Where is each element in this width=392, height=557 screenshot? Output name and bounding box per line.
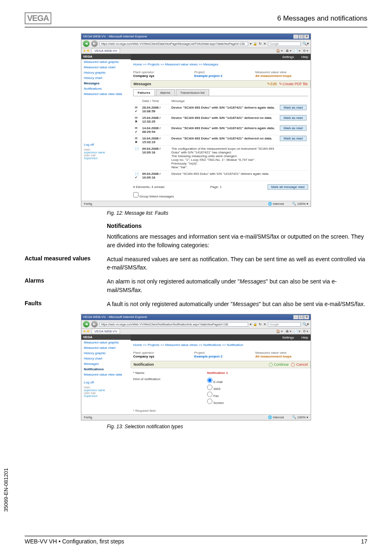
- message-icon: ✉ ✖: [133, 115, 141, 125]
- app-logo: VEGA: [81, 334, 131, 340]
- message-icon: ✉ ✔: [133, 104, 141, 115]
- create-pdf-button[interactable]: ✎Create PDF file: [279, 82, 308, 86]
- add-favorite-icon[interactable]: ✚: [87, 330, 90, 333]
- chapter-title: 6 Messages and notifications: [277, 14, 367, 23]
- address-bar[interactable]: https://web-vv.vega.com/Web-VV/WebClient…: [99, 322, 248, 327]
- window-title: VEGA WEB-VV - Microsoft Internet Explore…: [83, 35, 148, 39]
- status-zoom[interactable]: 🔍 100% ▾: [292, 202, 308, 206]
- notifications-intro: Notifications are messages and informati…: [107, 232, 367, 249]
- continue-button[interactable]: ◯ Continue: [269, 362, 289, 367]
- message-datetime: 28.04.2008 / 10:08:59: [141, 104, 170, 115]
- message-icon: ✉ ✔: [133, 125, 141, 135]
- mark-as-read-button[interactable]: Mark as read: [280, 115, 307, 121]
- mark-as-read-button[interactable]: Mark as read: [280, 136, 307, 141]
- sidebar-item[interactable]: Measured value graphic: [81, 59, 131, 65]
- message-datetime: 09.04.2008 / 10:09:16: [141, 146, 170, 171]
- sidebar-item[interactable]: Notifications: [81, 367, 131, 372]
- refresh-icon[interactable]: ↻: [259, 323, 262, 326]
- user-info: User:supervisor name User role:Superviso…: [81, 385, 131, 398]
- message-text: Device "SCAN 693 Doku" with S/N "1418742…: [170, 125, 278, 135]
- sidebar-item[interactable]: History chart: [81, 75, 131, 81]
- subtab[interactable]: Transmission list: [176, 89, 209, 96]
- back-button[interactable]: ◄: [83, 321, 90, 327]
- app-logo: VEGA: [81, 54, 131, 59]
- go-button[interactable]: ▾: [250, 42, 251, 46]
- message-row: ✉ ✔ 28.04.2008 / 10:08:59 Device "SCAN 6…: [133, 104, 308, 115]
- elements-summary: 6 Elements, 4 unread: [133, 185, 164, 189]
- doc-number: 35069-EN-081201: [3, 468, 9, 512]
- screenshot-fig12: VEGA WEB-VV - Microsoft Internet Explore…: [81, 33, 311, 207]
- search-icon[interactable]: 🔍▾: [302, 42, 309, 46]
- help-link[interactable]: Help: [302, 336, 308, 339]
- message-icon: ✉ ✖: [133, 135, 141, 146]
- sidebar-item[interactable]: Measured value view data: [81, 91, 131, 97]
- message-text: The configuration of the measurement loo…: [170, 146, 278, 171]
- go-button[interactable]: ▾: [250, 323, 251, 326]
- stop-icon[interactable]: ✕: [263, 42, 266, 46]
- context-info: Plant operator:Company xyz Project:Examp…: [131, 351, 311, 361]
- group-linked-checkbox[interactable]: Group linked messages: [133, 195, 174, 198]
- search-box[interactable]: Google: [268, 42, 301, 46]
- figure-12-caption: Fig. 12: Message list: Faults: [107, 210, 367, 216]
- message-icon: 📄: [133, 146, 141, 171]
- user-info: User:supervisor name User role:Superviso…: [81, 147, 131, 160]
- required-note: * Required field: [133, 406, 308, 413]
- sidebar-item[interactable]: Measured value graphic: [81, 340, 131, 345]
- sidebar-item[interactable]: History chart: [81, 356, 131, 361]
- notification-kind-option[interactable]: Fax: [207, 391, 224, 398]
- settings-link[interactable]: Settings: [282, 336, 294, 339]
- sidebar-item[interactable]: History graphic: [81, 350, 131, 356]
- forward-button[interactable]: ►: [91, 40, 98, 47]
- mark-all-read-button[interactable]: Mark all message read: [267, 184, 308, 190]
- sidebar-item[interactable]: History graphic: [81, 70, 131, 75]
- status-done: Fertig: [84, 202, 92, 206]
- subtab[interactable]: Failures: [133, 89, 155, 96]
- context-info: Plant operator:Company xyz Project:Examp…: [131, 70, 311, 80]
- settings-link[interactable]: Settings: [282, 55, 294, 59]
- logoff-link[interactable]: Log off: [81, 142, 131, 147]
- search-box[interactable]: Google: [268, 322, 301, 327]
- status-zoom[interactable]: 🔍 100% ▾: [292, 415, 308, 419]
- message-text: Device "SCAN 693 Doku" with S/N "1418742…: [170, 104, 278, 115]
- add-favorite-icon[interactable]: ✚: [87, 49, 90, 53]
- message-text: Device "SCAN 693 Doku" with S/N "1418742…: [170, 171, 278, 181]
- notification-kind-option[interactable]: E-mail: [207, 377, 224, 384]
- subtab[interactable]: Alarms: [156, 89, 175, 96]
- breadcrumb[interactable]: Home >> Projects >> Measured value views…: [131, 341, 311, 351]
- back-button[interactable]: ◄: [83, 40, 90, 47]
- sidebar-item[interactable]: Messages: [81, 361, 131, 367]
- window-controls[interactable]: -☐✕: [293, 315, 309, 319]
- logoff-link[interactable]: Log off: [81, 380, 131, 385]
- favorites-icon[interactable]: ★: [83, 49, 86, 53]
- refresh-icon[interactable]: ↻: [259, 42, 262, 46]
- mark-as-read-button[interactable]: Mark as read: [280, 105, 307, 110]
- forward-button[interactable]: ►: [91, 321, 98, 327]
- lock-icon: 🔒: [253, 42, 257, 46]
- sidebar-item[interactable]: Notifications: [81, 86, 131, 91]
- browser-tab[interactable]: VEGA WEB-VV: [92, 48, 120, 53]
- notification-kind-option[interactable]: Screen: [207, 398, 224, 405]
- notification-name-value[interactable]: Notification 1: [207, 371, 228, 375]
- breadcrumb[interactable]: Home >> Projects >> Measured value views…: [131, 60, 311, 70]
- message-text: Device "SCAN 693 Doku" with S/N "1418742…: [170, 135, 278, 146]
- search-icon[interactable]: 🔍▾: [302, 322, 309, 326]
- stop-icon[interactable]: ✕: [263, 323, 266, 326]
- browser-tab[interactable]: VEGA WEB-VV: [92, 329, 120, 334]
- cancel-button[interactable]: ◯ Cancel: [291, 362, 308, 367]
- mark-as-read-button[interactable]: Mark as read: [280, 125, 307, 131]
- favorites-icon[interactable]: ★: [83, 330, 86, 333]
- sidebar-item[interactable]: Measured value chart: [81, 65, 131, 70]
- window-controls[interactable]: -☐✕: [293, 35, 309, 39]
- sidebar-item[interactable]: Measured value view data: [81, 372, 131, 377]
- sidebar-item[interactable]: Measured value chart: [81, 345, 131, 350]
- sidebar-item[interactable]: Messages: [81, 81, 131, 86]
- notification-form: * Name:Notification 1 Kind of notificati…: [133, 370, 308, 413]
- toolbar-right-icons[interactable]: 🏠▾ 🖶▾ 📄▾ ⚙▾: [276, 49, 309, 53]
- notifications-heading: Notifications: [107, 222, 367, 230]
- amv-text: Actual measured values are sent as notif…: [107, 255, 367, 272]
- toolbar-right-icons[interactable]: 🏠▾ 🖶▾ 📄▾ ⚙▾: [276, 330, 309, 333]
- address-bar[interactable]: https://web-vv.vega.com/Web-VV/WebClient…: [99, 42, 248, 46]
- help-link[interactable]: Help: [302, 55, 308, 59]
- edit-button[interactable]: ✎Edit: [267, 82, 277, 86]
- notification-kind-option[interactable]: SMS: [207, 384, 224, 391]
